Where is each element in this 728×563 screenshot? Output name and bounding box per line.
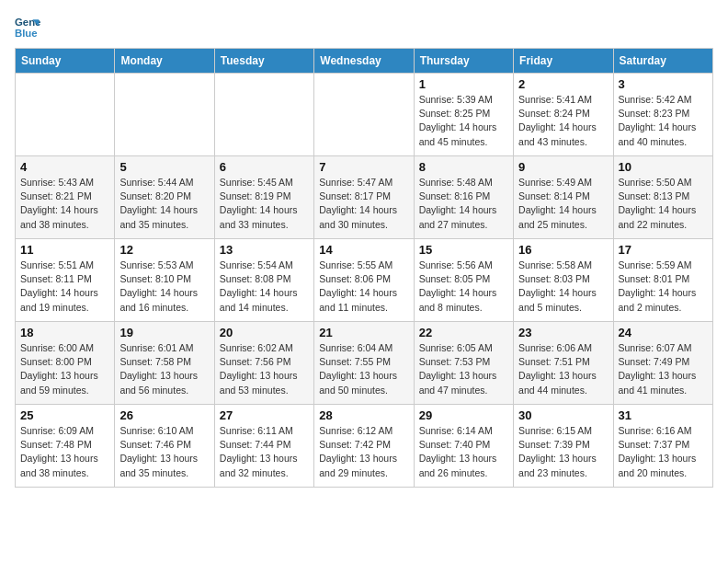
calendar-table: SundayMondayTuesdayWednesdayThursdayFrid… [15,48,713,488]
calendar-week-1: 1Sunrise: 5:39 AMSunset: 8:25 PMDaylight… [16,74,713,156]
calendar-cell: 13Sunrise: 5:54 AMSunset: 8:08 PMDayligh… [214,239,313,322]
calendar-cell: 27Sunrise: 6:11 AMSunset: 7:44 PMDayligh… [214,405,313,488]
header: General Blue [15,15,713,40]
day-header-friday: Friday [514,49,613,74]
calendar-cell: 3Sunrise: 5:42 AMSunset: 8:23 PMDaylight… [613,74,712,156]
day-info: Sunrise: 6:11 AMSunset: 7:44 PMDaylight:… [220,424,309,480]
day-info: Sunrise: 6:10 AMSunset: 7:46 PMDaylight:… [119,424,209,480]
calendar-header: SundayMondayTuesdayWednesdayThursdayFrid… [16,49,713,74]
day-info: Sunrise: 6:01 AMSunset: 7:58 PMDaylight:… [119,341,209,397]
calendar-cell: 14Sunrise: 5:55 AMSunset: 8:06 PMDayligh… [314,239,414,322]
calendar-cell: 22Sunrise: 6:05 AMSunset: 7:53 PMDayligh… [414,322,513,405]
calendar-cell [16,74,115,156]
day-info: Sunrise: 5:39 AMSunset: 8:25 PMDaylight:… [419,93,508,149]
day-number: 22 [419,326,508,339]
day-info: Sunrise: 6:14 AMSunset: 7:40 PMDaylight:… [419,424,508,480]
day-number: 1 [419,77,508,91]
day-number: 20 [220,326,309,339]
day-info: Sunrise: 5:44 AMSunset: 8:20 PMDaylight:… [119,176,209,232]
day-number: 25 [20,408,109,422]
day-info: Sunrise: 5:42 AMSunset: 8:23 PMDaylight:… [619,93,708,149]
day-number: 2 [518,77,608,91]
calendar-cell: 10Sunrise: 5:50 AMSunset: 8:13 PMDayligh… [613,156,712,239]
day-header-wednesday: Wednesday [314,49,414,74]
day-number: 5 [119,160,209,174]
day-number: 27 [220,408,309,422]
day-info: Sunrise: 5:59 AMSunset: 8:01 PMDaylight:… [619,259,708,315]
logo-icon: General Blue [15,15,40,40]
day-number: 29 [419,408,508,422]
calendar-week-4: 18Sunrise: 6:00 AMSunset: 8:00 PMDayligh… [16,322,713,405]
calendar-cell: 31Sunrise: 6:16 AMSunset: 7:37 PMDayligh… [613,405,712,488]
calendar-cell: 19Sunrise: 6:01 AMSunset: 7:58 PMDayligh… [115,322,214,405]
day-number: 26 [119,408,209,422]
day-header-sunday: Sunday [16,49,115,74]
calendar-cell: 18Sunrise: 6:00 AMSunset: 8:00 PMDayligh… [16,322,115,405]
day-info: Sunrise: 6:16 AMSunset: 7:37 PMDaylight:… [619,424,708,480]
calendar-cell: 26Sunrise: 6:10 AMSunset: 7:46 PMDayligh… [115,405,214,488]
calendar-cell: 1Sunrise: 5:39 AMSunset: 8:25 PMDaylight… [414,74,513,156]
day-number: 15 [419,243,508,257]
day-number: 21 [319,326,408,339]
day-number: 19 [119,326,209,339]
day-header-tuesday: Tuesday [214,49,313,74]
day-info: Sunrise: 5:55 AMSunset: 8:06 PMDaylight:… [319,259,408,315]
day-info: Sunrise: 6:02 AMSunset: 7:56 PMDaylight:… [220,341,309,397]
day-number: 16 [518,243,608,257]
day-number: 18 [20,326,109,339]
day-info: Sunrise: 5:43 AMSunset: 8:21 PMDaylight:… [20,176,109,232]
day-info: Sunrise: 5:54 AMSunset: 8:08 PMDaylight:… [220,259,309,315]
calendar-cell: 16Sunrise: 5:58 AMSunset: 8:03 PMDayligh… [514,239,613,322]
calendar-cell: 6Sunrise: 5:45 AMSunset: 8:19 PMDaylight… [214,156,313,239]
day-info: Sunrise: 6:15 AMSunset: 7:39 PMDaylight:… [518,424,608,480]
day-number: 8 [419,160,508,174]
calendar-cell: 25Sunrise: 6:09 AMSunset: 7:48 PMDayligh… [16,405,115,488]
day-header-saturday: Saturday [613,49,712,74]
calendar-cell: 28Sunrise: 6:12 AMSunset: 7:42 PMDayligh… [314,405,414,488]
day-number: 31 [619,408,708,422]
day-info: Sunrise: 5:45 AMSunset: 8:19 PMDaylight:… [220,176,309,232]
calendar-cell: 15Sunrise: 5:56 AMSunset: 8:05 PMDayligh… [414,239,513,322]
calendar-cell: 11Sunrise: 5:51 AMSunset: 8:11 PMDayligh… [16,239,115,322]
day-info: Sunrise: 5:50 AMSunset: 8:13 PMDaylight:… [619,176,708,232]
day-info: Sunrise: 5:58 AMSunset: 8:03 PMDaylight:… [518,259,608,315]
day-header-thursday: Thursday [414,49,513,74]
day-number: 9 [518,160,608,174]
calendar-cell [115,74,214,156]
day-info: Sunrise: 5:49 AMSunset: 8:14 PMDaylight:… [518,176,608,232]
day-info: Sunrise: 5:48 AMSunset: 8:16 PMDaylight:… [419,176,508,232]
day-number: 4 [20,160,109,174]
calendar-cell: 21Sunrise: 6:04 AMSunset: 7:55 PMDayligh… [314,322,414,405]
day-number: 28 [319,408,408,422]
day-number: 10 [619,160,708,174]
calendar-cell [214,74,313,156]
svg-text:Blue: Blue [15,28,38,39]
day-number: 23 [518,326,608,339]
day-number: 3 [619,77,708,91]
day-header-monday: Monday [115,49,214,74]
calendar-week-2: 4Sunrise: 5:43 AMSunset: 8:21 PMDaylight… [16,156,713,239]
day-info: Sunrise: 6:04 AMSunset: 7:55 PMDaylight:… [319,341,408,397]
day-number: 11 [20,243,109,257]
calendar-cell: 20Sunrise: 6:02 AMSunset: 7:56 PMDayligh… [214,322,313,405]
day-info: Sunrise: 5:47 AMSunset: 8:17 PMDaylight:… [319,176,408,232]
calendar-week-5: 25Sunrise: 6:09 AMSunset: 7:48 PMDayligh… [16,405,713,488]
calendar-cell: 9Sunrise: 5:49 AMSunset: 8:14 PMDaylight… [514,156,613,239]
day-info: Sunrise: 6:07 AMSunset: 7:49 PMDaylight:… [619,341,708,397]
calendar-cell: 12Sunrise: 5:53 AMSunset: 8:10 PMDayligh… [115,239,214,322]
day-number: 7 [319,160,408,174]
calendar-cell: 4Sunrise: 5:43 AMSunset: 8:21 PMDaylight… [16,156,115,239]
day-number: 24 [619,326,708,339]
day-info: Sunrise: 6:05 AMSunset: 7:53 PMDaylight:… [419,341,508,397]
calendar-cell: 2Sunrise: 5:41 AMSunset: 8:24 PMDaylight… [514,74,613,156]
calendar-cell: 24Sunrise: 6:07 AMSunset: 7:49 PMDayligh… [613,322,712,405]
day-info: Sunrise: 6:00 AMSunset: 8:00 PMDaylight:… [20,341,109,397]
day-info: Sunrise: 6:12 AMSunset: 7:42 PMDaylight:… [319,424,408,480]
calendar-cell: 29Sunrise: 6:14 AMSunset: 7:40 PMDayligh… [414,405,513,488]
calendar-cell: 7Sunrise: 5:47 AMSunset: 8:17 PMDaylight… [314,156,414,239]
day-number: 13 [220,243,309,257]
day-info: Sunrise: 6:09 AMSunset: 7:48 PMDaylight:… [20,424,109,480]
day-number: 14 [319,243,408,257]
calendar-cell: 17Sunrise: 5:59 AMSunset: 8:01 PMDayligh… [613,239,712,322]
calendar-cell: 8Sunrise: 5:48 AMSunset: 8:16 PMDaylight… [414,156,513,239]
